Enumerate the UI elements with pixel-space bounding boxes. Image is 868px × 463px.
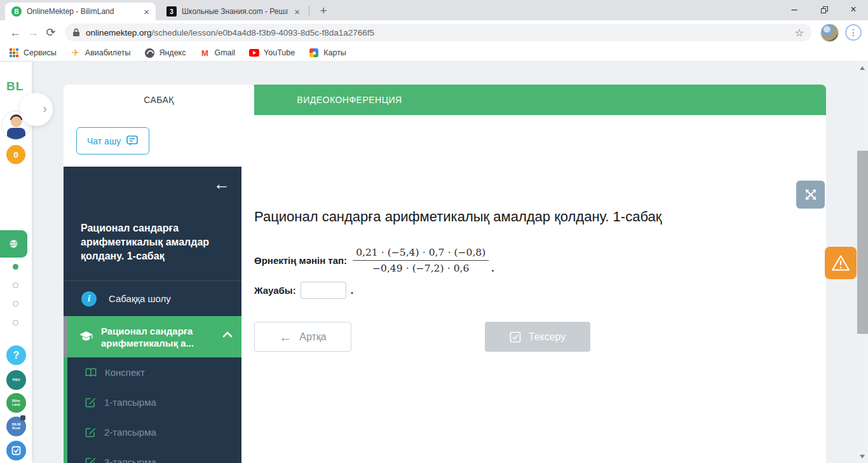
bookmark-star-icon[interactable]: ☆ [795, 27, 804, 39]
plane-icon: ✈ [71, 48, 81, 58]
tab-title: Школьные Знания.com - Реша [182, 7, 288, 16]
tab-title: OnlineMektep - BilimLand [27, 7, 137, 16]
browser-tab-onlinemektep[interactable]: B OnlineMektep - BilimLand × [5, 3, 156, 20]
rail-dot-icon[interactable] [13, 301, 18, 307]
tab-lesson[interactable]: САБАҚ [64, 85, 254, 115]
back-button[interactable]: ← Артқа [254, 322, 351, 352]
restore-button[interactable] [810, 0, 839, 19]
check-button[interactable]: Тексеру [485, 322, 590, 352]
browser-tab-znania[interactable]: 3 Школьные Знания.com - Реша × [160, 3, 306, 20]
onlinemektep-app-icon[interactable]: ONLINE MEKTEP [0, 230, 27, 258]
tab-videoconference[interactable]: ВИДЕОКОНФЕРЕНЦИЯ [254, 85, 826, 115]
rail-dot-active-icon[interactable] [13, 264, 18, 270]
task-row: Өрнектің мәнін тап: 0,21 ⋅ (−5,4) ⋅ 0,7 … [254, 247, 494, 274]
rail-dot-icon[interactable] [13, 282, 18, 288]
answer-input[interactable] [301, 282, 346, 299]
sidebar-back-button[interactable]: ← [214, 176, 230, 192]
task-period: . [491, 263, 494, 274]
fullscreen-button[interactable] [796, 181, 825, 209]
sidebar-item-task-1[interactable]: 1-тапсырма [64, 387, 241, 417]
page-scrollbar[interactable] [857, 62, 868, 463]
bilimbook-app-icon[interactable]: BILIM Book [6, 417, 26, 436]
bookmark-label: Авиабилеты [85, 48, 131, 57]
address-bar[interactable]: onlinemektep.org/schedule/lesson/e0b4a4d… [65, 24, 811, 41]
sidebar-item-task-2[interactable]: 2-тапсырма [64, 417, 241, 447]
scroll-down-arrow-icon[interactable] [860, 455, 865, 459]
znania-favicon-icon: 3 [166, 6, 177, 17]
check-square-icon [510, 331, 521, 343]
bookmark-services[interactable]: Сервисы [9, 48, 57, 58]
minimize-button[interactable]: – [780, 0, 809, 19]
bookmark-label: Gmail [214, 48, 235, 57]
bookmark-maps[interactable]: Карты [309, 48, 346, 58]
info-icon: i [81, 291, 97, 307]
gmail-icon: M [200, 48, 210, 58]
tab-separator [309, 6, 309, 15]
browser-profile-avatar[interactable] [820, 24, 839, 42]
back-button-label: Артқа [299, 331, 326, 343]
check-button-label: Тексеру [529, 331, 566, 343]
bookmark-youtube[interactable]: YouTube [249, 48, 295, 58]
open-chat-button[interactable]: Чат ашу [76, 127, 149, 155]
report-problem-button[interactable] [825, 247, 857, 279]
math-fraction: 0,21 ⋅ (−5,4) ⋅ 0,7 ⋅ (−0,8) −0,49 ⋅ (−7… [353, 247, 489, 274]
sidebar-item-label: 2-тапсырма [104, 427, 156, 438]
chevron-right-icon: › [43, 101, 47, 116]
bookmark-yandex[interactable]: Яндекс [144, 48, 186, 58]
close-window-button[interactable]: × [839, 0, 868, 19]
lesson-title: Рационал сандарға арифметикалық амалдар … [254, 209, 699, 225]
sidebar-item-overview[interactable]: i Сабаққа шолу [64, 280, 241, 316]
back-button[interactable]: ← [6, 24, 24, 41]
sidebar-item-label: Рационал сандарға арифметикалық а... [101, 325, 214, 349]
test-app-icon[interactable] [6, 441, 26, 460]
bookmark-label: Карты [323, 48, 346, 57]
globe-icon [144, 48, 154, 58]
bookmark-gmail[interactable]: M Gmail [200, 48, 235, 58]
sidebar-item-task-3[interactable]: 3-тапсырма [64, 447, 241, 463]
bilimland-logo: BL [6, 79, 24, 93]
sidebar-item-label: 1-тапсырма [104, 397, 156, 408]
url-path: /schedule/lesson/e0b4a4d8-f3b9-4093-8d5c… [152, 28, 375, 38]
browser-toolbar: ← → ⟳ onlinemektep.org/schedule/lesson/e… [0, 20, 868, 45]
reload-button[interactable]: ⟳ [42, 24, 60, 41]
close-tab-icon[interactable]: × [293, 7, 301, 17]
rail-expand-button[interactable]: › [20, 93, 53, 126]
graduation-cap-icon [79, 331, 93, 343]
check-square-icon [11, 446, 21, 455]
bilimland-app-icon[interactable]: Bilim Land [6, 393, 26, 413]
forward-button[interactable]: → [24, 24, 42, 41]
bookmark-label: Яндекс [159, 48, 186, 57]
restore-icon [821, 6, 828, 13]
sidebar-scrollbar-track [64, 357, 67, 463]
chat-button-label: Чат ашу [87, 136, 121, 146]
answer-label: Жауабы: [254, 285, 296, 296]
screen: B OnlineMektep - BilimLand × 3 Школьные … [0, 0, 868, 463]
tab-label: ВИДЕОКОНФЕРЕНЦИЯ [254, 95, 445, 105]
new-tab-button[interactable]: + [316, 3, 331, 18]
task-pencil-icon [85, 427, 96, 438]
close-tab-icon[interactable]: × [142, 7, 151, 17]
bookmark-aviabilety[interactable]: ✈ Авиабилеты [71, 48, 131, 58]
fraction-denominator: −0,49 ⋅ (−7,2) ⋅ 0,6 [372, 261, 469, 274]
scrollbar-thumb[interactable] [857, 151, 868, 334]
onlinemektep-favicon-icon: B [11, 6, 22, 17]
sidebar-scrollbar-thumb[interactable] [64, 316, 67, 357]
browser-menu-button[interactable]: ⋮ [845, 24, 862, 41]
scroll-up-arrow-icon[interactable] [860, 66, 865, 70]
notification-badge[interactable]: 0 [6, 145, 25, 164]
url-domain: onlinemektep.org [86, 28, 152, 38]
help-icon[interactable]: ? [6, 345, 26, 365]
sidebar-item-konspekt[interactable]: Конспект [64, 357, 241, 387]
rail-dot-icon[interactable] [13, 320, 18, 326]
expand-arrows-icon [804, 188, 818, 202]
warning-triangle-icon [831, 254, 850, 272]
bookmark-label: Сервисы [24, 48, 57, 57]
chat-bubble-icon [126, 135, 139, 146]
maps-icon [309, 48, 319, 58]
bookmark-label: YouTube [264, 48, 295, 57]
sidebar-item-active-section[interactable]: Рационал сандарға арифметикалық а... [64, 316, 241, 357]
browser-tab-strip: B OnlineMektep - BilimLand × 3 Школьные … [0, 0, 868, 20]
answer-row: Жауабы: . [254, 282, 353, 299]
pisa-app-icon[interactable]: PISA [6, 370, 26, 390]
chevron-up-icon [222, 331, 233, 338]
